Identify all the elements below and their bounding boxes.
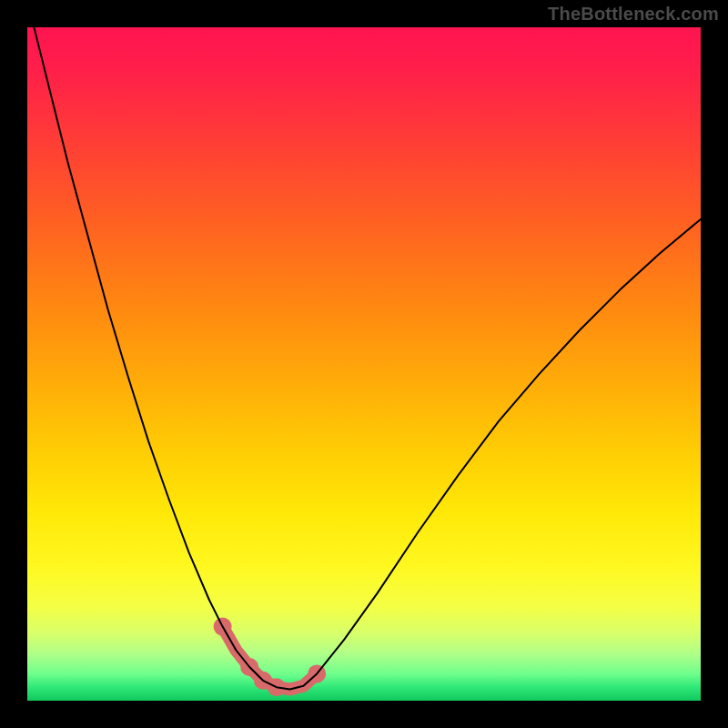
- gradient-background: [27, 27, 701, 701]
- bottleneck-chart: [27, 27, 701, 701]
- watermark-text: TheBottleneck.com: [548, 4, 719, 25]
- plot-area: [27, 27, 701, 701]
- chart-frame: TheBottleneck.com: [0, 0, 728, 728]
